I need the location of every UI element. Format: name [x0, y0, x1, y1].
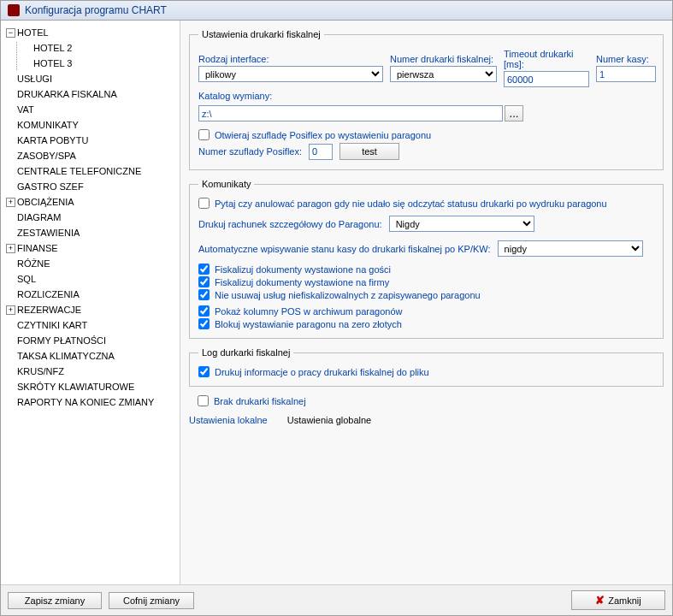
fisk-firms-label: Fiskalizuj dokumenty wystawione na firmy	[215, 277, 389, 287]
timeout-label: Timeout drukarki [ms]:	[504, 49, 589, 69]
timeout-input[interactable]	[504, 71, 589, 87]
tree-toggle-icon	[6, 121, 15, 130]
tree-item[interactable]: ROZLICZENIA	[4, 288, 180, 301]
fiscal-printer-group: Ustawienia drukarki fiskalnej Rodzaj int…	[189, 29, 664, 170]
no-printer-checkbox[interactable]	[198, 395, 209, 406]
tree-item-label: KARTA POBYTU	[17, 134, 88, 147]
tree-item-label: SKRÓTY KLAWIATUROWE	[17, 381, 134, 394]
tree-item[interactable]: +OBCIĄŻENIA	[4, 196, 180, 209]
tree-item[interactable]: ZASOBY/SPA	[4, 150, 180, 163]
tree-item[interactable]: TAKSA KLIMATYCZNA	[4, 350, 180, 363]
tree-item[interactable]: KOMUNIKATY	[4, 119, 180, 132]
titlebar: Konfiguracja programu CHART	[1, 1, 672, 21]
block-zero-label: Blokuj wystawianie paragonu na zero złot…	[215, 319, 402, 329]
tree-toggle-icon[interactable]: +	[6, 244, 15, 253]
log-group: Log durkarki fiskalnej Drukuj informacje…	[189, 347, 664, 387]
ask-cancel-checkbox[interactable]	[198, 198, 210, 209]
tree-toggle-icon	[6, 290, 15, 299]
tree-toggle-icon	[6, 90, 15, 99]
tree-item-label: RAPORTY NA KONIEC ZMIANY	[17, 396, 154, 409]
printer-number-label: Numer drukarki fiskalnej:	[390, 54, 497, 64]
test-button[interactable]: test	[339, 143, 399, 160]
app-icon	[8, 4, 20, 16]
tree-item-label: GASTRO SZEF	[17, 181, 84, 193]
tree-item-label: OBCIĄŻENIA	[17, 196, 74, 209]
tree-item[interactable]: DIAGRAM	[4, 211, 180, 224]
tree-toggle-icon[interactable]: −	[6, 28, 15, 38]
tree-item-label: CZYTNIKI KART	[17, 319, 87, 332]
print-log-label: Drukuj informacje o pracy drukarki fiska…	[215, 367, 429, 377]
tree-item-label: DRUKARKA FISKALNA	[17, 88, 117, 101]
tree-toggle-icon	[6, 167, 15, 176]
posiflex-open-checkbox[interactable]	[198, 129, 210, 140]
tree-toggle-icon	[22, 59, 32, 68]
tree-item-label: CENTRALE TELEFONICZNE	[17, 165, 141, 178]
tree-toggle-icon	[6, 74, 15, 84]
fisk-guests-checkbox[interactable]	[198, 264, 210, 275]
tree-item[interactable]: +FINANSE	[4, 242, 180, 255]
nav-tree[interactable]: −HOTELHOTEL 2HOTEL 3USŁUGIDRUKARKA FISKA…	[1, 21, 180, 584]
tree-item-label: USŁUGI	[17, 73, 52, 86]
no-printer-label: Brak drukarki fiskalnej	[214, 396, 306, 406]
tree-item[interactable]: GASTRO SZEF	[4, 181, 180, 193]
fisk-guests-label: Fiskalizuj dokumenty wystawione na gości	[215, 264, 391, 275]
tree-item-label: KRUS/NFZ	[17, 365, 64, 378]
auto-state-select[interactable]: nigdy	[498, 240, 643, 257]
tree-item[interactable]: HOTEL 2	[21, 42, 180, 55]
tree-toggle-icon	[6, 151, 15, 161]
tree-toggle-icon	[6, 182, 15, 192]
print-log-checkbox[interactable]	[198, 366, 210, 377]
tree-item-label: KOMUNIKATY	[17, 119, 79, 132]
tab-local[interactable]: Ustawienia lokalne	[189, 415, 268, 425]
footer: Zapisz zmiany Cofnij zmiany ✘Zamknij	[1, 584, 672, 615]
printer-number-select[interactable]: pierwsza	[390, 66, 497, 82]
interface-select[interactable]: plikowy	[198, 66, 383, 82]
block-zero-checkbox[interactable]	[198, 318, 210, 329]
tree-item[interactable]: KRUS/NFZ	[4, 365, 180, 378]
tree-item[interactable]: SKRÓTY KLAWIATUROWE	[4, 381, 180, 394]
tree-toggle-icon	[6, 398, 15, 407]
tree-toggle-icon	[6, 382, 15, 392]
tree-item-label: HOTEL 3	[33, 57, 72, 70]
tree-toggle-icon	[6, 136, 15, 145]
kasa-input[interactable]	[596, 66, 656, 82]
tree-item[interactable]: FORMY PŁATNOŚCI	[4, 335, 180, 347]
show-pos-label: Pokaż kolumny POS w archiwum paragonów	[215, 306, 402, 317]
window-title: Konfiguracja programu CHART	[25, 4, 167, 16]
tree-toggle-icon[interactable]: +	[6, 305, 15, 315]
tree-item[interactable]: −HOTEL	[4, 27, 180, 39]
tree-item[interactable]: SQL	[4, 273, 180, 286]
tree-item[interactable]: ZESTAWIENIA	[4, 227, 180, 240]
tree-item[interactable]: CZYTNIKI KART	[4, 319, 180, 332]
tree-item[interactable]: KARTA POBYTU	[4, 134, 180, 147]
katalog-input[interactable]	[198, 105, 503, 121]
tree-item[interactable]: RAPORTY NA KONIEC ZMIANY	[4, 396, 180, 409]
undo-button[interactable]: Cofnij zmiany	[109, 592, 194, 609]
no-remove-checkbox[interactable]	[198, 289, 210, 300]
browse-button[interactable]: ...	[505, 105, 523, 121]
fisk-firms-checkbox[interactable]	[198, 276, 210, 287]
tree-item[interactable]: RÓŻNE	[4, 258, 180, 270]
log-legend: Log durkarki fiskalnej	[198, 347, 293, 358]
tree-item[interactable]: USŁUGI	[4, 73, 180, 86]
tree-toggle-icon	[22, 44, 32, 53]
close-icon: ✘	[595, 594, 605, 607]
tree-item[interactable]: CENTRALE TELEFONICZNE	[4, 165, 180, 178]
tree-item-label: REZERWACJE	[17, 304, 81, 317]
tree-item[interactable]: +REZERWACJE	[4, 304, 180, 317]
tree-item-label: DIAGRAM	[17, 211, 61, 224]
tree-item[interactable]: DRUKARKA FISKALNA	[4, 88, 180, 101]
posiflex-num-input[interactable]	[309, 144, 333, 160]
tree-item[interactable]: VAT	[4, 104, 180, 116]
tree-toggle-icon	[6, 259, 15, 269]
detail-receipt-select[interactable]: Nigdy	[389, 216, 534, 232]
tree-item[interactable]: HOTEL 3	[21, 57, 180, 70]
tree-toggle-icon[interactable]: +	[6, 198, 15, 207]
close-button[interactable]: ✘Zamknij	[571, 590, 665, 610]
tree-item-label: ROZLICZENIA	[17, 288, 80, 301]
tree-item-label: RÓŻNE	[17, 258, 50, 270]
tree-item-label: FORMY PŁATNOŚCI	[17, 335, 106, 347]
save-button[interactable]: Zapisz zmiany	[8, 592, 102, 609]
tab-global: Ustawienia globalne	[287, 415, 371, 425]
show-pos-checkbox[interactable]	[198, 305, 210, 317]
